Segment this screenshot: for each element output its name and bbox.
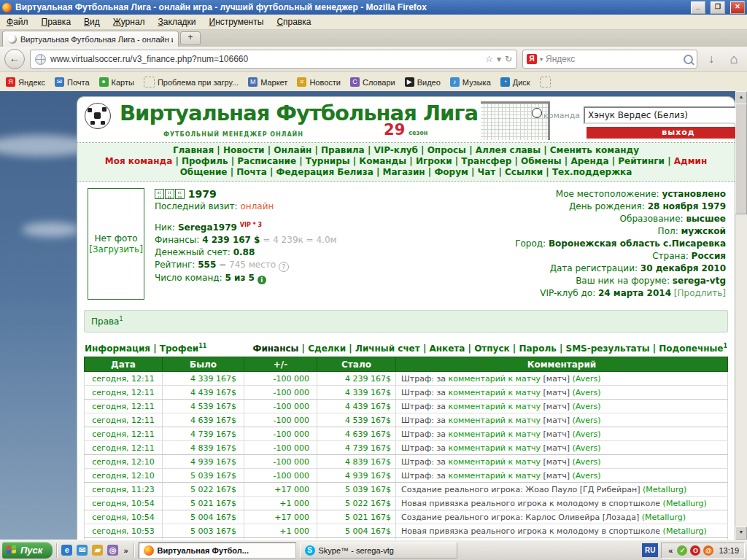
menubar-item[interactable]: Закладки	[152, 15, 203, 28]
section-tab[interactable]: Информация	[85, 343, 150, 354]
nav-link[interactable]: Профиль	[182, 156, 228, 166]
bookmark-item[interactable]: ССловари	[350, 77, 395, 87]
nav-link[interactable]: VIP-клуб	[374, 145, 417, 155]
bookmark-item[interactable]: ≡Новости	[297, 77, 341, 87]
nav-link[interactable]: Форум	[434, 167, 468, 177]
nav-link[interactable]: Почта	[236, 167, 267, 177]
vertical-scrollbar[interactable]: ▲ ▼	[735, 91, 747, 540]
team-link[interactable]: (Avers)	[573, 443, 601, 453]
help-icon[interactable]: ?	[279, 262, 289, 272]
updater-tray-icon[interactable]: @	[703, 545, 713, 556]
quicklaunch-overflow-chevron[interactable]: »	[122, 546, 129, 555]
nav-link[interactable]: Сменить команду	[550, 145, 639, 155]
team-link[interactable]: (Avers)	[573, 388, 601, 397]
scroll-up-button[interactable]: ▲	[735, 91, 747, 104]
team-link[interactable]: (Metallurg)	[663, 499, 707, 508]
bookmark-item[interactable]	[540, 77, 551, 88]
section-tab[interactable]: Отпуск	[474, 343, 510, 354]
nav-link[interactable]: Чат	[478, 167, 496, 177]
url-dropdown-icon[interactable]: ▾	[497, 54, 501, 64]
search-input[interactable]: Яндекс	[546, 54, 681, 64]
match-comment-link[interactable]: комментарий к матчу	[449, 443, 541, 453]
upload-photo-link[interactable]: [Загрузить]	[89, 244, 143, 254]
minimize-button[interactable]: _	[691, 1, 705, 14]
window-titlebar[interactable]: Виртуальная Футбольная Лига - онлайн игр…	[0, 0, 747, 15]
team-link[interactable]: (Metallurg)	[642, 513, 686, 522]
team-link[interactable]: (Avers)	[573, 457, 601, 467]
menubar-item[interactable]: Правка	[35, 15, 78, 28]
url-bar[interactable]: www.virtualsoccer.ru/v3_finance.php?num=…	[30, 50, 517, 69]
close-button[interactable]: ✕	[730, 1, 745, 14]
section-tab[interactable]: Пароль	[519, 343, 556, 354]
tray-collapse-chevron[interactable]: «	[667, 546, 674, 555]
nav-link[interactable]: Магазин	[383, 167, 425, 177]
menubar-item[interactable]: Вид	[77, 15, 107, 28]
bookmark-item[interactable]: ●Карты	[99, 77, 134, 87]
nav-link[interactable]: Главная	[173, 145, 214, 155]
nav-link[interactable]: Трансфер	[461, 156, 511, 166]
downloads-button[interactable]: ↓	[703, 52, 720, 66]
match-comment-link[interactable]: комментарий к матчу	[449, 471, 541, 481]
nav-link[interactable]: Опросы	[427, 145, 466, 155]
nav-link[interactable]: Федерация Белиза	[276, 167, 374, 177]
menubar-item[interactable]: Инструменты	[203, 15, 271, 28]
bookmark-star-icon[interactable]: ☆	[485, 54, 493, 64]
section-tab[interactable]: SMS-результаты	[566, 343, 650, 354]
nav-link[interactable]: Рейтинги	[618, 156, 665, 166]
menubar-item[interactable]: Справка	[270, 15, 317, 28]
match-comment-link[interactable]: комментарий к матчу	[449, 402, 541, 411]
bookmark-item[interactable]: ✉Почта	[55, 77, 90, 87]
nav-link[interactable]: Расписание	[237, 156, 296, 166]
back-button[interactable]: ←	[4, 49, 25, 69]
team-link[interactable]: (Avers)	[573, 374, 601, 384]
bookmark-item[interactable]: ♪Музыка	[450, 77, 491, 87]
site-identity-icon[interactable]	[35, 54, 46, 65]
home-button[interactable]: ⌂	[725, 52, 743, 67]
outlook-quicklaunch-icon[interactable]: ✉	[77, 545, 88, 556]
search-quicklaunch-icon[interactable]: ◎	[107, 545, 118, 556]
nav-link[interactable]: Правила	[321, 145, 365, 155]
section-tab[interactable]: Анкета	[429, 343, 465, 354]
menubar-item[interactable]: Журнал	[107, 15, 152, 28]
bookmark-item[interactable]: ▶Видео	[405, 77, 441, 87]
nav-link[interactable]: Обмены	[521, 156, 562, 166]
team-link[interactable]: (Avers)	[573, 471, 601, 481]
team-select[interactable]: Хэнук Вердес (Белиз) ▼	[584, 106, 747, 124]
section-tab[interactable]: Подопечные1	[659, 343, 727, 354]
match-comment-link[interactable]: комментарий к матчу	[449, 429, 541, 439]
url-text[interactable]: www.virtualsoccer.ru/v3_finance.php?num=…	[50, 54, 481, 64]
bookmark-item[interactable]: ◔Диск	[500, 77, 530, 87]
team-link[interactable]: (Avers)	[573, 429, 601, 439]
info-icon[interactable]: i	[258, 276, 266, 284]
search-icon[interactable]	[684, 55, 693, 64]
nav-link[interactable]: Аллея славы	[476, 145, 541, 155]
search-engine-icon[interactable]: Я	[527, 54, 537, 64]
team-link[interactable]: (Avers)	[573, 402, 601, 411]
nav-link[interactable]: Новости	[223, 145, 265, 155]
match-comment-link[interactable]: комментарий к матчу	[449, 374, 541, 384]
search-engine-dropdown-icon[interactable]: ▾	[540, 56, 543, 63]
match-comment-link[interactable]: комментарий к матчу	[449, 457, 541, 467]
nav-link[interactable]: Игроки	[416, 156, 452, 166]
bookmark-item[interactable]: Проблема при загру...	[144, 77, 239, 88]
nav-link[interactable]: Общение	[180, 167, 228, 177]
nav-link[interactable]: Онлайн	[274, 145, 311, 155]
scroll-down-button[interactable]: ▼	[735, 526, 747, 540]
nav-link[interactable]: Моя команда	[105, 156, 172, 166]
nav-link[interactable]: Админ	[674, 156, 708, 166]
nav-link[interactable]: Ссылки	[505, 167, 543, 177]
team-link[interactable]: (Avers)	[573, 416, 601, 425]
folder-quicklaunch-icon[interactable]: ▰	[92, 545, 103, 556]
reload-icon[interactable]: ↻	[505, 54, 512, 64]
taskbar-task-skype[interactable]: S Skype™ - serega-vtg	[300, 542, 457, 559]
nav-link[interactable]: Тех.поддержка	[552, 167, 632, 177]
taskbar-task-firefox[interactable]: Виртуальная Футбол...	[139, 542, 296, 559]
browser-tab-active[interactable]: Виртуальная Футбольная Лига - онлайн и..…	[2, 31, 179, 47]
match-comment-link[interactable]: комментарий к матчу	[449, 416, 541, 425]
search-bar[interactable]: Я ▾ Яндекс	[522, 50, 697, 69]
section-tab[interactable]: Сделки	[308, 343, 346, 354]
team-link[interactable]: (Metallurg)	[663, 526, 707, 536]
new-tab-button[interactable]: +	[180, 31, 201, 45]
team-link[interactable]: (Metallurg)	[643, 485, 686, 494]
restore-button[interactable]: ❐	[711, 1, 725, 14]
